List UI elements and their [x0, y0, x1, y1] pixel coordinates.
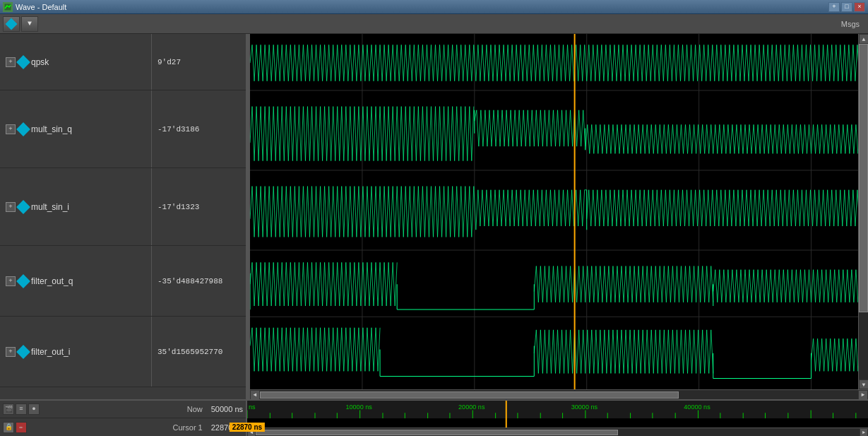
status-icons: 🎬 ≡ ●: [3, 403, 40, 415]
list-icon: ≡: [16, 403, 27, 415]
horizontal-scrollbar[interactable]: ◄ ►: [250, 389, 868, 399]
expand-filter-out-i[interactable]: +: [6, 347, 16, 357]
signal-icon-filter-out-q: [16, 274, 30, 288]
signal-label-mult-sin-q: mult_sin_q: [31, 124, 72, 134]
svg-rect-26: [247, 401, 868, 418]
signal-name-mult-sin-q: + mult_sin_q: [0, 90, 152, 167]
signal-row-mult-sin-q: + mult_sin_q -17'd3186: [0, 90, 246, 168]
signal-row-filter-out-q: + filter_out_q -35'd488427988: [0, 246, 246, 317]
signal-icon-filter-out-i: [16, 345, 30, 359]
app-icon: [3, 2, 13, 12]
cursor-time-text: 22870 ns: [232, 423, 262, 431]
dot-icon: ●: [28, 403, 40, 415]
now-value: 50000 ns: [206, 405, 243, 413]
signal-value-qpsk: 9'd27: [152, 55, 246, 69]
pen-icon: ✏: [16, 422, 27, 433]
status-left: 🎬 ≡ ● Now 50000 ns 🔒 ✏ Cursor 1 22870 ns: [0, 401, 247, 436]
film-icon: 🎬: [3, 403, 14, 415]
svg-text:ns: ns: [249, 403, 256, 411]
window-controls[interactable]: + □ ×: [828, 2, 865, 12]
svg-rect-0: [4, 4, 11, 11]
signal-name-filter-out-i: + filter_out_i: [0, 317, 152, 387]
content-area: + qpsk 9'd27 + mult_sin_q -17'd3186 +: [0, 34, 868, 399]
status-row-now: 🎬 ≡ ● Now 50000 ns: [0, 401, 246, 418]
bottom-scroll-thumb[interactable]: [256, 430, 618, 435]
cursor-time-box: 22870 ns: [230, 423, 265, 432]
status-bar: 🎬 ≡ ● Now 50000 ns 🔒 ✏ Cursor 1 22870 ns: [0, 399, 868, 436]
cursor-label-row: 22870 ns ◄ ►: [247, 418, 868, 436]
signal-row-qpsk: + qpsk 9'd27: [0, 34, 246, 90]
lock-icon: 🔒: [3, 422, 14, 433]
status-row-cursor: 🔒 ✏ Cursor 1 22870 ns: [0, 418, 246, 436]
cursor-label: Cursor 1: [30, 423, 203, 432]
vertical-scrollbar[interactable]: ▲ ▼: [858, 34, 868, 389]
toolbar-dropdown-btn[interactable]: ▼: [21, 16, 38, 32]
signal-icon-mult-sin-q: [16, 122, 30, 136]
signal-label-mult-sin-i: mult_sin_i: [31, 202, 69, 212]
signal-row-mult-sin-i: + mult_sin_i -17'd1323: [0, 168, 246, 246]
signal-label-filter-out-i: filter_out_i: [31, 347, 70, 357]
signal-row-filter-out-i: + filter_out_i 35'd1565952770: [0, 317, 246, 387]
title-bar: Wave - Default + □ ×: [0, 0, 868, 14]
signal-name-qpsk: + qpsk: [0, 34, 152, 90]
scroll-right-arrow[interactable]: ►: [858, 390, 868, 400]
expand-mult-sin-q[interactable]: +: [6, 124, 16, 134]
svg-text:40000 ns: 40000 ns: [684, 403, 711, 411]
window-title: Wave - Default: [16, 3, 828, 11]
waveform-canvas[interactable]: ▲ ▼: [250, 34, 868, 389]
svg-text:10000 ns: 10000 ns: [345, 403, 372, 411]
waveform-panel[interactable]: ▲ ▼ ◄ ►: [250, 34, 868, 399]
timeline-row: ns 10000 ns 20000 ns 30000 ns 40000 ns: [247, 401, 868, 418]
status-right: ns 10000 ns 20000 ns 30000 ns 40000 ns 2: [247, 401, 868, 436]
toolbar: ▼ Msgs: [0, 14, 868, 34]
scroll-up-arrow[interactable]: ▲: [859, 34, 868, 44]
close-button[interactable]: ×: [854, 2, 865, 12]
signal-value-mult-sin-i: -17'd1323: [152, 200, 246, 214]
scroll-h-thumb[interactable]: [260, 391, 679, 399]
signal-name-mult-sin-i: + mult_sin_i: [0, 168, 152, 245]
scroll-thumb[interactable]: [859, 44, 868, 312]
signal-label-qpsk: qpsk: [31, 57, 49, 67]
expand-filter-out-q[interactable]: +: [6, 276, 16, 286]
scroll-left-arrow[interactable]: ◄: [250, 390, 260, 400]
signal-value-filter-out-i: 35'd1565952770: [152, 345, 246, 359]
signal-name-filter-out-q: + filter_out_q: [0, 246, 152, 316]
signal-value-mult-sin-q: -17'd3186: [152, 122, 246, 136]
scroll-down-arrow[interactable]: ▼: [859, 379, 868, 389]
toolbar-diamond-btn[interactable]: [3, 16, 20, 32]
scroll-track[interactable]: [859, 44, 868, 379]
waveform-svg: [250, 34, 868, 389]
signal-value-filter-out-q: -35'd488427988: [152, 274, 246, 288]
signal-icon-qpsk: [16, 55, 30, 69]
bottom-scroll-track[interactable]: [256, 430, 860, 435]
svg-text:30000 ns: 30000 ns: [571, 403, 598, 411]
signal-icon-mult-sin-i: [16, 200, 30, 214]
minimize-button[interactable]: +: [828, 2, 840, 12]
signal-panel: + qpsk 9'd27 + mult_sin_q -17'd3186 +: [0, 34, 247, 399]
main-container: ▼ Msgs + qpsk 9'd27 + mult_sin_q: [0, 14, 868, 436]
svg-text:20000 ns: 20000 ns: [458, 403, 485, 411]
expand-qpsk[interactable]: +: [6, 57, 16, 67]
scroll-h-track[interactable]: [260, 391, 858, 399]
cursor-icons: 🔒 ✏: [3, 422, 27, 433]
msgs-label: Msgs: [841, 20, 860, 28]
timeline-svg: ns 10000 ns 20000 ns 30000 ns 40000 ns: [247, 401, 868, 418]
bottom-scroll[interactable]: ◄ ►: [247, 428, 868, 436]
restore-button[interactable]: □: [841, 2, 852, 12]
expand-mult-sin-i[interactable]: +: [6, 202, 16, 212]
now-label: Now: [42, 405, 203, 413]
bottom-scroll-right[interactable]: ►: [860, 428, 868, 437]
signal-label-filter-out-q: filter_out_q: [31, 276, 73, 286]
